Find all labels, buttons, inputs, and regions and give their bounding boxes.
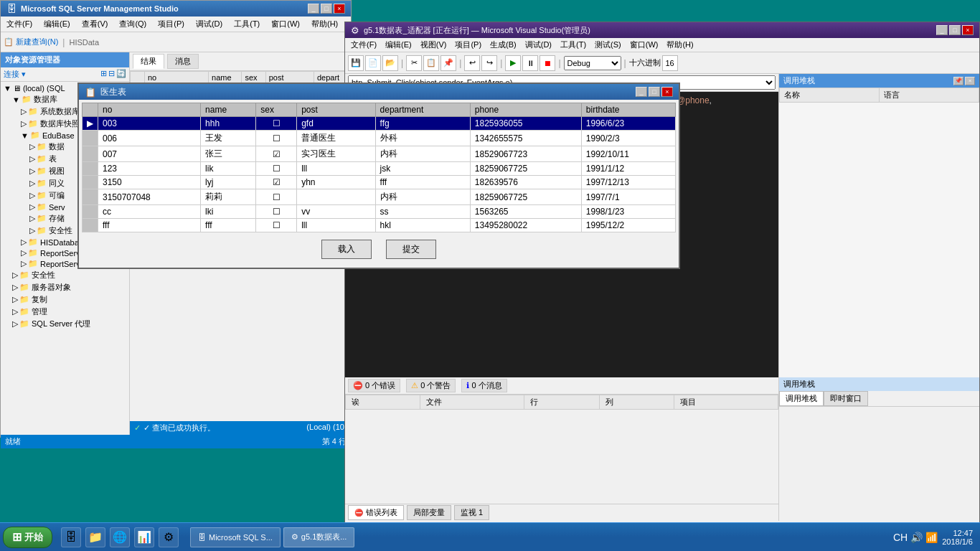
ssms-menu-edit[interactable]: 编辑(E) (41, 18, 73, 30)
taskbar-icon-1[interactable]: 🗄 (61, 527, 81, 547)
vs-open-btn[interactable]: 📂 (382, 55, 398, 71)
vs-debug-mode-select[interactable]: Debug (564, 56, 621, 70)
ssms-menu-window[interactable]: 窗口(W) (268, 18, 303, 30)
vs-error-header: ⛔ 0 个错误 ⚠ 0 个警告 ℹ 0 个消息 (345, 377, 778, 395)
vs-tab-watch[interactable]: 监视 1 (454, 505, 489, 520)
dt-col-post: post (297, 103, 375, 117)
cell-dept: 内科 (375, 146, 470, 162)
result-tab-messages[interactable]: 消息 (167, 54, 199, 69)
error-icon: ⛔ (354, 509, 363, 517)
ssms-close-btn[interactable]: × (334, 4, 345, 14)
vs-menu-window[interactable]: 窗口(W) (627, 39, 661, 51)
sidebar-item-serverobj[interactable]: ▷📁服务器对象 (1, 281, 129, 293)
vs-hex-btn[interactable]: 16 (662, 55, 678, 71)
vs-callstack-close[interactable]: × (965, 77, 975, 85)
vs-menu-test[interactable]: 测试(S) (592, 39, 624, 51)
dialog-minimize-btn[interactable]: _ (636, 87, 647, 97)
cell-birth: 1997/12/13 (581, 176, 675, 189)
callstack-table: 名称 语言 (779, 88, 979, 103)
cell-post: yhn (297, 176, 375, 189)
vs-tab-immediate[interactable]: 即时窗口 (824, 391, 868, 406)
vs-tab-errors[interactable]: ⛔ 错误列表 (348, 505, 404, 520)
vs-error-section: ⛔ 0 个错误 ⚠ 0 个警告 ℹ 0 个消息 诶 (345, 377, 778, 521)
cell-no: 3150707048 (98, 189, 201, 205)
vs-menu-tools[interactable]: 工具(T) (557, 39, 589, 51)
ssms-connect-btn[interactable]: 连接 ▾ ⊞⊟🔄 (1, 67, 129, 82)
cell-post: lll (297, 219, 375, 232)
ssms-statusbar: ✓✓ 查询已成功执行。 (Local) (10. (130, 421, 351, 435)
submit-btn[interactable]: 提交 (386, 240, 436, 259)
ssms-minimize-btn[interactable]: _ (308, 4, 319, 14)
vs-menu-debug[interactable]: 调试(D) (522, 39, 555, 51)
ssms-title: Microsoft SQL Server Management Studio (21, 4, 179, 13)
dialog-close-btn[interactable]: × (661, 87, 673, 97)
vs-pause-btn[interactable]: ⏸ (522, 55, 538, 71)
ssms-menu-tools[interactable]: 工具(T) (231, 18, 263, 30)
result-tab-results[interactable]: 结果 (133, 54, 164, 69)
vs-stop-btn[interactable]: ⏹ (540, 55, 555, 71)
vs-redo-btn[interactable]: ↪ (481, 55, 497, 71)
row-selector (83, 146, 98, 162)
vs-minimize-btn[interactable]: _ (936, 25, 948, 35)
vs-titlebar[interactable]: ⚙ g5.1数据表_适配器 [正在运行] — Microsoft Visual … (345, 22, 979, 38)
dt-col-sex: sex (256, 103, 297, 117)
dialog-maximize-btn[interactable]: □ (649, 87, 660, 97)
vs-warning-count-btn[interactable]: ⚠ 0 个警告 (406, 379, 456, 392)
ssms-menu-query[interactable]: 查询(Q) (116, 18, 149, 30)
cell-dept: jsk (375, 162, 470, 176)
sidebar-item-replication[interactable]: ▷📁复制 (1, 293, 129, 306)
ssms-menu-project[interactable]: 项目(P) (155, 18, 187, 30)
vs-menu-help[interactable]: 帮助(H) (664, 39, 696, 51)
ssms-maximize-btn[interactable]: □ (321, 4, 332, 14)
sidebar-item-management[interactable]: ▷📁管理 (1, 306, 129, 318)
vs-close-btn[interactable]: × (962, 25, 974, 35)
vs-run-btn[interactable]: ▶ (505, 55, 521, 71)
sidebar-item-security[interactable]: ▷📁安全性 (1, 269, 129, 281)
vs-new-btn[interactable]: 📄 (365, 55, 381, 71)
taskbar-icon-3[interactable]: 🌐 (110, 527, 130, 547)
vs-cut-btn[interactable]: ✂ (406, 55, 422, 71)
ssms-menu-view[interactable]: 查看(V) (79, 18, 111, 30)
cell-name: lik (201, 162, 256, 176)
vs-hex-label: 十六进制 (629, 57, 661, 68)
vs-menu-project[interactable]: 项目(P) (452, 39, 484, 51)
ssms-menu-help[interactable]: 帮助(H) (308, 18, 341, 30)
vs-maximize-btn[interactable]: □ (949, 25, 961, 35)
vs-error-count-btn[interactable]: ⛔ 0 个错误 (348, 379, 400, 392)
dt-col-dept: department (375, 103, 470, 117)
ssms-titlebar[interactable]: 🗄 Microsoft SQL Server Management Studio… (1, 1, 351, 17)
ssms-new-query-btn[interactable]: 📋 新建查询(N) (4, 37, 58, 47)
vs-message-count-btn[interactable]: ℹ 0 个消息 (461, 379, 507, 392)
vs-tab-locals[interactable]: 局部变量 (407, 505, 451, 520)
error-col-col: 列 (599, 395, 674, 410)
col-no: no (145, 72, 209, 84)
ssms-row-indicator: 第 4 行 (322, 436, 347, 447)
vs-paste-btn[interactable]: 📌 (440, 55, 456, 71)
vs-menu-edit[interactable]: 编辑(E) (382, 39, 415, 51)
start-button[interactable]: ⊞ 开始 (3, 527, 52, 548)
ssms-menu-debug[interactable]: 调试(D) (193, 18, 225, 30)
vs-menu-file[interactable]: 文件(F) (348, 39, 380, 51)
vs-right-bottom-tabs: 调用堆栈 即时窗口 (779, 391, 979, 407)
taskbar-icon-2[interactable]: 📁 (85, 527, 105, 547)
ssms-menu-file[interactable]: 文件(F) (4, 18, 35, 30)
vs-toolbar: 💾 📄 📂 | ✂ 📋 📌 | ↩ ↪ | ▶ ⏸ ⏹ | Debug | 十六… (345, 52, 979, 74)
taskbar-app-ssms[interactable]: 🗄 Microsoft SQL S... (190, 527, 281, 547)
col-rownum (131, 72, 145, 84)
vs-copy-btn[interactable]: 📋 (423, 55, 439, 71)
load-btn[interactable]: 载入 (321, 240, 372, 259)
vs-menu-view[interactable]: 视图(V) (418, 39, 450, 51)
vs-save-btn[interactable]: 💾 (348, 55, 364, 71)
cell-phone: 1563265 (470, 205, 581, 219)
clock-time: 12:47 (942, 529, 973, 537)
vs-callstack-pin[interactable]: 📌 (953, 77, 963, 85)
taskbar-icon-5[interactable]: ⚙ (159, 527, 179, 547)
dt-col-sel (83, 103, 98, 117)
taskbar-icon-4[interactable]: 📊 (134, 527, 154, 547)
vs-menu-build[interactable]: 生成(B) (487, 39, 519, 51)
dialog-titlebar[interactable]: 📋 医生表 _ □ × (79, 84, 679, 100)
taskbar-app-vs[interactable]: ⚙ g5.1数据表... (283, 527, 355, 547)
sidebar-item-agent[interactable]: ▷📁SQL Server 代理 (1, 318, 129, 330)
vs-tab-callstack[interactable]: 调用堆栈 (779, 391, 824, 406)
vs-undo-btn[interactable]: ↩ (464, 55, 480, 71)
